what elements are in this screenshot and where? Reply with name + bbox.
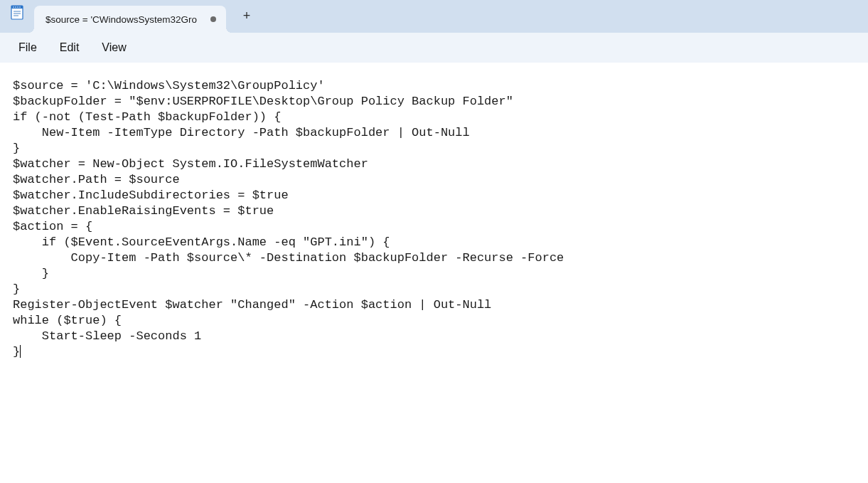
menu-view[interactable]: View [92,37,136,58]
new-tab-button[interactable]: + [235,4,259,28]
menu-file[interactable]: File [9,37,47,58]
text-cursor [20,345,21,358]
notepad-app-icon [10,4,24,20]
menubar: File Edit View [0,33,868,63]
plus-icon: + [243,9,251,23]
unsaved-indicator-icon [210,16,216,22]
menu-edit[interactable]: Edit [50,37,90,58]
tab-title: $source = 'CWindowsSystem32Gro [45,14,210,25]
svg-point-3 [15,6,16,8]
text-editor[interactable]: $source = 'C:\Windows\System32\GroupPoli… [0,63,868,360]
editor-content: $source = 'C:\Windows\System32\GroupPoli… [13,79,564,359]
titlebar: $source = 'CWindowsSystem32Gro + [0,0,868,33]
svg-point-4 [17,6,18,8]
svg-point-2 [13,6,14,8]
document-tab[interactable]: $source = 'CWindowsSystem32Gro [34,6,226,33]
svg-point-5 [19,6,21,8]
